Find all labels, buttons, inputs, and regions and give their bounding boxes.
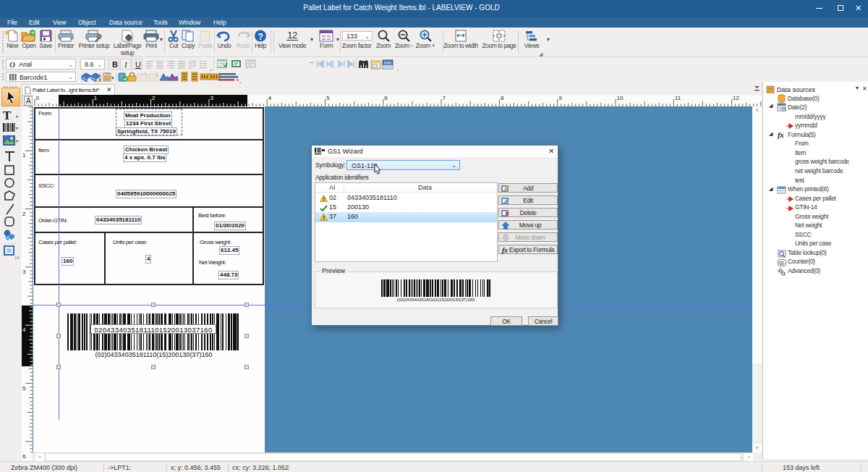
svg-text:2: 2 — [152, 95, 156, 101]
svg-text:?: ? — [258, 32, 263, 42]
svg-text:7: 7 — [443, 95, 446, 101]
svg-text:1: 1 — [94, 95, 98, 101]
svg-text:1: 1 — [22, 152, 26, 159]
svg-text:8: 8 — [501, 95, 504, 101]
svg-text:9: 9 — [558, 95, 562, 101]
svg-text:5: 5 — [22, 385, 26, 392]
svg-text:6: 6 — [384, 95, 388, 101]
svg-text:11: 11 — [675, 95, 681, 101]
svg-text:0: 0 — [36, 95, 40, 101]
svg-text:00: 00 — [779, 261, 784, 266]
svg-text:10: 10 — [617, 95, 624, 101]
svg-text:12: 12 — [287, 30, 297, 41]
svg-text:2: 2 — [22, 211, 26, 217]
svg-text:5: 5 — [326, 95, 330, 101]
svg-text:4: 4 — [268, 95, 272, 101]
svg-text:4: 4 — [22, 326, 26, 333]
svg-text:12: 12 — [733, 95, 739, 101]
svg-text:3: 3 — [22, 269, 26, 275]
svg-text:3: 3 — [210, 95, 213, 101]
